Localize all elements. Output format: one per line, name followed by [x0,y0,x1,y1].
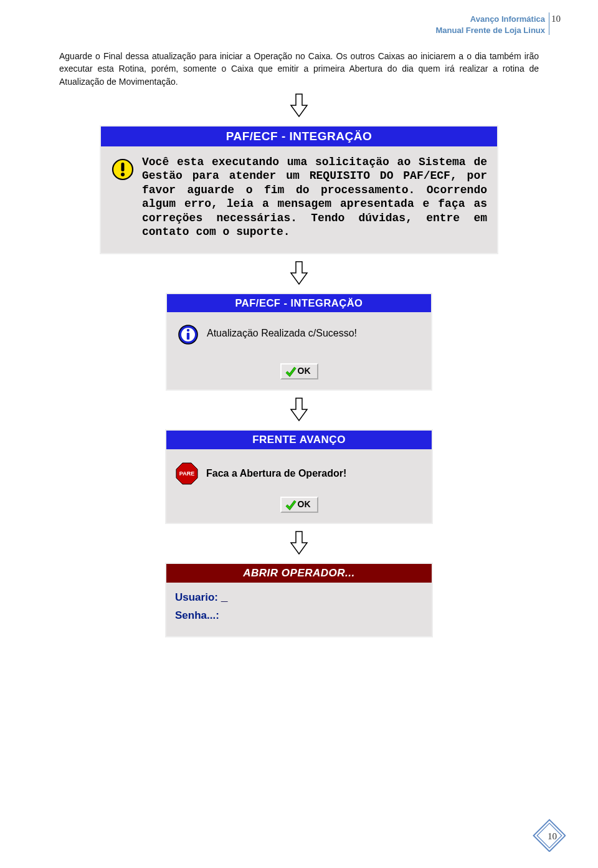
dialog-title: FRENTE AVANÇO [166,431,432,449]
dialog-frente-avanco: FRENTE AVANÇO PARE Faca a Abertura de Op… [165,429,433,524]
header-line-2: Manual Frente de Loja Linux [435,26,545,35]
pare-stop-icon: PARE [175,462,199,485]
ok-button-label: OK [298,499,311,509]
arrow-down-icon [288,93,310,119]
arrow-down-icon [288,260,310,287]
ok-button[interactable]: OK [280,497,318,513]
arrow-down-icon [288,530,310,556]
dialog-paf-ecf-success: PAF/ECF - INTEGRAÇÄO Atualizaçäo Realiza… [166,293,432,391]
dialog-paf-ecf-wait: PAF/ECF - INTEGRAÇÄO Você esta executand… [100,125,498,254]
info-icon [177,323,199,346]
ok-button-label: OK [298,366,311,376]
svg-rect-1 [121,163,125,171]
dialog-abrir-operador: ABRIR OPERADOR... Usuario: _ Senha...: [165,563,433,637]
svg-rect-10 [537,823,562,848]
exclamation-warning-icon [111,158,135,181]
page-number-top: 10 [551,14,561,24]
dialog-title: ABRIR OPERADOR... [166,564,432,583]
body-paragraph: Aguarde o Final dessa atualização para i… [59,50,539,88]
svg-rect-9 [534,820,566,852]
header-line-1: Avanço Informática [470,14,545,24]
login-user-row: Usuario: _ [175,589,423,607]
svg-point-5 [187,329,189,331]
checkmark-icon [285,366,297,377]
password-label: Senha...: [175,609,219,621]
document-header: Avanço Informática Manual Frente de Loja… [435,14,545,36]
dialog-message: Você esta executando uma solicitaçäo ao … [142,155,487,239]
dialog-title: PAF/ECF - INTEGRAÇÄO [167,294,431,312]
login-pass-row: Senha...: [175,607,423,625]
arrow-down-icon [288,397,310,423]
dialog-title: PAF/ECF - INTEGRAÇÄO [101,126,497,146]
user-input[interactable]: _ [221,591,228,604]
svg-rect-6 [187,333,189,340]
user-label: Usuario: [175,591,218,603]
svg-text:PARE: PARE [179,470,194,477]
dialog-message: Atualizaçäo Realizada c/Sucesso! [207,328,357,339]
header-divider [549,12,549,35]
ok-button[interactable]: OK [280,363,318,379]
page-corner-decoration [529,816,566,852]
checkmark-icon [285,499,297,510]
svg-point-2 [121,173,125,176]
dialog-message: Faca a Abertura de Operador! [206,468,346,479]
